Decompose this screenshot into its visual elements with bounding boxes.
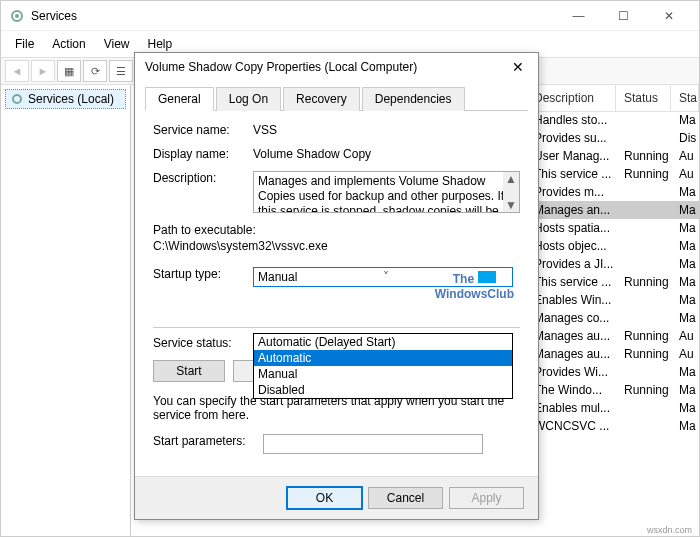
service-row[interactable]: Enables Win...Ma: [526, 291, 699, 309]
scroll-up-icon[interactable]: ▲: [505, 172, 517, 186]
cell-description: WCNCSVC ...: [526, 419, 616, 433]
service-row[interactable]: Provides su...Dis: [526, 129, 699, 147]
svg-point-1: [15, 14, 19, 18]
cell-status: Running: [616, 383, 671, 397]
col-status[interactable]: Status: [616, 85, 671, 111]
label-startup-type: Startup type:: [153, 267, 253, 281]
cell-description: Manages an...: [526, 203, 616, 217]
option-manual[interactable]: Manual: [254, 366, 512, 382]
tab-strip: General Log On Recovery Dependencies: [145, 86, 528, 111]
cell-description: Enables mul...: [526, 401, 616, 415]
service-row[interactable]: Manages an...Ma: [526, 201, 699, 219]
cell-description: Provides su...: [526, 131, 616, 145]
cell-startup: Au: [671, 329, 699, 343]
cell-description: This service ...: [526, 275, 616, 289]
cell-startup: Ma: [671, 383, 699, 397]
service-row[interactable]: User Manag...RunningAu: [526, 147, 699, 165]
startup-type-dropdown[interactable]: Automatic (Delayed Start) Automatic Manu…: [253, 333, 513, 399]
startup-type-value: Manual: [258, 270, 383, 284]
value-service-name: VSS: [253, 123, 520, 137]
label-path: Path to executable:: [153, 223, 520, 237]
cell-description: Manages co...: [526, 311, 616, 325]
cell-startup: Ma: [671, 365, 699, 379]
cell-startup: Dis: [671, 131, 699, 145]
tab-recovery[interactable]: Recovery: [283, 87, 360, 111]
cell-startup: Ma: [671, 185, 699, 199]
services-icon: [9, 8, 25, 24]
value-path: C:\Windows\system32\vssvc.exe: [153, 239, 520, 253]
menu-view[interactable]: View: [96, 33, 138, 55]
minimize-button[interactable]: —: [556, 2, 601, 30]
tab-general[interactable]: General: [145, 87, 214, 111]
service-row[interactable]: Hosts spatia...Ma: [526, 219, 699, 237]
cell-startup: Au: [671, 347, 699, 361]
menu-action[interactable]: Action: [44, 33, 93, 55]
dialog-titlebar[interactable]: Volume Shadow Copy Properties (Local Com…: [135, 53, 538, 80]
start-button[interactable]: Start: [153, 360, 225, 382]
forward-icon: ►: [31, 60, 55, 82]
service-row[interactable]: Manages au...RunningAu: [526, 327, 699, 345]
option-disabled[interactable]: Disabled: [254, 382, 512, 398]
cell-startup: Ma: [671, 203, 699, 217]
cell-startup: Ma: [671, 113, 699, 127]
apply-button: Apply: [449, 487, 524, 509]
cell-description: Provides m...: [526, 185, 616, 199]
cell-startup: Ma: [671, 293, 699, 307]
tree-root[interactable]: Services (Local): [5, 89, 126, 109]
cell-startup: Ma: [671, 401, 699, 415]
service-row[interactable]: This service ...RunningMa: [526, 273, 699, 291]
tab-dependencies[interactable]: Dependencies: [362, 87, 465, 111]
scroll-down-icon[interactable]: ▼: [505, 198, 517, 212]
cell-status: Running: [616, 329, 671, 343]
cell-status: Running: [616, 149, 671, 163]
start-parameters-input[interactable]: [263, 434, 483, 454]
cell-description: Enables Win...: [526, 293, 616, 307]
service-row[interactable]: Provides Wi...Ma: [526, 363, 699, 381]
footer-text: wsxdn.com: [647, 525, 692, 535]
menu-file[interactable]: File: [7, 33, 42, 55]
ok-button[interactable]: OK: [287, 487, 362, 509]
option-automatic[interactable]: Automatic: [254, 350, 512, 366]
col-startup[interactable]: Sta: [671, 85, 699, 111]
cell-description: The Windo...: [526, 383, 616, 397]
service-row[interactable]: Hosts objec...Ma: [526, 237, 699, 255]
cell-startup: Au: [671, 149, 699, 163]
service-row[interactable]: Enables mul...Ma: [526, 399, 699, 417]
properties-dialog: Volume Shadow Copy Properties (Local Com…: [134, 52, 539, 520]
cell-startup: Ma: [671, 311, 699, 325]
cell-description: This service ...: [526, 167, 616, 181]
service-row[interactable]: WCNCSVC ...Ma: [526, 417, 699, 435]
tree-root-label: Services (Local): [28, 92, 114, 106]
dialog-title: Volume Shadow Copy Properties (Local Com…: [145, 60, 508, 74]
toolbar-btn[interactable]: ☰: [109, 60, 133, 82]
label-display-name: Display name:: [153, 147, 253, 161]
toolbar-btn[interactable]: ▦: [57, 60, 81, 82]
refresh-icon[interactable]: ⟳: [83, 60, 107, 82]
back-icon: ◄: [5, 60, 29, 82]
service-row[interactable]: The Windo...RunningMa: [526, 381, 699, 399]
service-row[interactable]: This service ...RunningAu: [526, 165, 699, 183]
cell-startup: Ma: [671, 221, 699, 235]
service-row[interactable]: Provides a JI...Ma: [526, 255, 699, 273]
close-button[interactable]: ✕: [646, 2, 691, 30]
service-row[interactable]: Manages co...Ma: [526, 309, 699, 327]
label-start-params: Start parameters:: [153, 434, 263, 448]
service-row[interactable]: Handles sto...Ma: [526, 111, 699, 129]
service-row[interactable]: Manages au...RunningAu: [526, 345, 699, 363]
maximize-button[interactable]: ☐: [601, 2, 646, 30]
cell-description: Handles sto...: [526, 113, 616, 127]
col-description[interactable]: Description: [526, 85, 616, 111]
dialog-close-icon[interactable]: ✕: [508, 59, 528, 75]
cancel-button[interactable]: Cancel: [368, 487, 443, 509]
description-box[interactable]: Manages and implements Volume Shadow Cop…: [253, 171, 520, 213]
tab-logon[interactable]: Log On: [216, 87, 281, 111]
service-row[interactable]: Provides m...Ma: [526, 183, 699, 201]
cell-description: Provides a JI...: [526, 257, 616, 271]
cell-status: Running: [616, 167, 671, 181]
option-delayed[interactable]: Automatic (Delayed Start): [254, 334, 512, 350]
titlebar[interactable]: Services — ☐ ✕: [1, 1, 699, 31]
value-display-name: Volume Shadow Copy: [253, 147, 520, 161]
window-title: Services: [31, 9, 556, 23]
cell-description: Manages au...: [526, 329, 616, 343]
cell-startup: Au: [671, 167, 699, 181]
